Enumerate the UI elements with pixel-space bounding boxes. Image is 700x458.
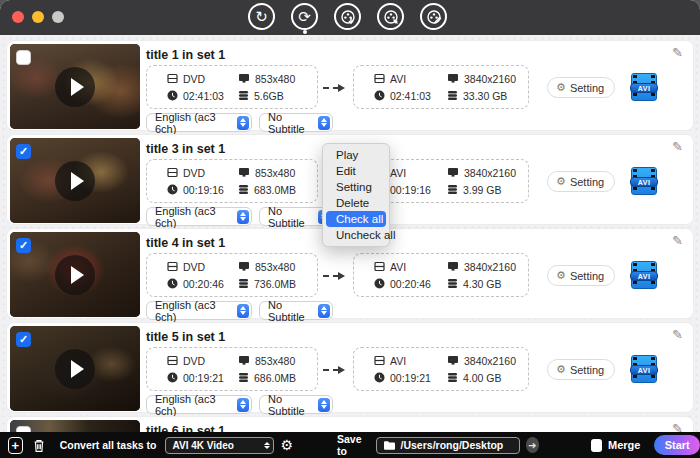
source-resolution: 853x480 [255,355,295,367]
clock-icon [167,184,178,195]
audio-track-select[interactable]: English (ac3 6ch) [146,301,252,320]
rename-pencil-icon[interactable]: ✎ [672,327,683,342]
rename-pencil-icon[interactable]: ✎ [672,233,683,248]
delete-trash-button[interactable] [32,438,46,453]
play-icon[interactable] [55,255,95,295]
flow-arrow-icon [323,272,345,277]
row-checkbox[interactable] [16,50,31,65]
rename-pencil-icon[interactable]: ✎ [672,45,683,60]
reel-compress-icon[interactable] [377,3,404,30]
video-thumbnail[interactable]: ✓ [10,138,140,223]
output-format-badge[interactable]: AVI [631,167,657,195]
target-duration: 00:19:21 [390,372,431,384]
source-info-box: DVD 853x480 00:20:46 736.0MB [146,253,318,297]
menu-item-setting[interactable]: Setting [326,179,386,195]
audio-track-select[interactable]: English (ac3 6ch) [146,113,252,132]
zoom-window-button[interactable] [52,11,64,23]
file-size-icon [238,90,249,101]
monitor-icon [447,73,459,84]
play-icon[interactable] [55,67,95,107]
setting-button[interactable]: ⚙ Setting [547,77,615,98]
close-window-button[interactable] [12,11,24,23]
convert-tab-icon[interactable]: ⟳ [291,3,318,30]
row-checkbox[interactable]: ✓ [16,332,31,347]
output-format-badge[interactable]: AVI [631,261,657,289]
target-size: 33.30 GB [463,90,507,102]
row-checkbox[interactable]: ✓ [16,144,31,159]
video-thumbnail[interactable]: ✓ [10,326,140,411]
file-size-icon [447,184,458,195]
target-resolution: 3840x2160 [464,73,516,85]
play-icon[interactable] [55,349,95,389]
browse-path-button[interactable]: ➜ [526,437,540,453]
app-window: ↻ ⟳ [0,0,700,458]
row-title: title 4 in set 1 [146,236,225,250]
stepper-icon [237,398,249,412]
video-thumbnail[interactable] [10,44,140,129]
subtitle-select[interactable]: No Subtitle [259,113,333,132]
source-format: DVD [183,261,205,273]
video-thumbnail[interactable]: ✓ [10,232,140,317]
task-row-title-5: ✓ title 5 in set 1 ✎ DVD 853x480 00:19:2… [6,322,694,413]
stepper-icon [318,398,330,412]
trash-icon [32,438,46,453]
monitor-icon [238,73,250,84]
audio-track-select[interactable]: English (ac3 6ch) [146,207,252,226]
file-format-icon [374,261,385,272]
context-menu: Play Edit Setting Delete Check all Unche… [322,143,390,247]
format-settings-gear-icon[interactable]: ⚙ [280,437,293,453]
menu-item-edit[interactable]: Edit [326,163,386,179]
minimize-window-button[interactable] [32,11,44,23]
rotate-phone-icon[interactable]: ↻ [248,3,275,30]
menu-item-check-all[interactable]: Check all [326,211,386,227]
source-duration: 00:19:16 [183,184,224,196]
source-size: 686.0MB [254,372,296,384]
start-button[interactable]: Start [654,435,700,455]
stepper-icon [237,304,249,318]
bottom-toolbar: + Convert all tasks to AVI 4K Video ⚙ Sa… [0,432,700,458]
gear-icon: ⚙ [556,175,566,188]
save-to-label: Save to [337,433,369,457]
add-file-button[interactable]: + [8,437,23,454]
setting-button[interactable]: ⚙ Setting [547,359,615,380]
output-path-field[interactable]: /Users/rong/Desktop [376,437,520,454]
play-icon[interactable] [55,161,95,201]
setting-button[interactable]: ⚙ Setting [547,265,615,286]
subtitle-select[interactable]: No Subtitle [259,301,333,320]
clock-icon [374,372,385,383]
merge-checkbox[interactable] [591,439,602,452]
row-title: title 5 in set 1 [146,330,225,344]
monitor-icon [238,167,250,178]
menu-item-uncheck-all[interactable]: Uncheck all [326,227,386,243]
target-format: AVI [390,73,406,85]
source-info-box: DVD 853x480 00:19:16 683.0MB [146,159,318,203]
source-duration: 02:41:03 [183,90,224,102]
toolbar: ↻ ⟳ [248,3,447,30]
clock-icon [374,90,385,101]
menu-item-play[interactable]: Play [326,147,386,163]
stepper-icon [237,116,249,130]
rip-download-icon[interactable] [334,3,361,30]
setting-button[interactable]: ⚙ Setting [547,171,615,192]
output-format-badge[interactable]: AVI [631,73,657,101]
audio-track-select[interactable]: English (ac3 6ch) [146,395,252,414]
reel-edit-icon[interactable] [420,3,447,30]
source-duration: 00:20:46 [183,278,224,290]
output-format-badge[interactable]: AVI [631,355,657,383]
task-list: title 1 in set 1 ✎ DVD 853x480 02:41:03 [0,37,700,458]
rename-pencil-icon[interactable]: ✎ [672,139,683,154]
output-path-text: /Users/rong/Desktop [401,439,504,451]
output-format-select[interactable]: AVI 4K Video [165,437,275,454]
merge-label: Merge [608,439,640,451]
file-size-icon [447,372,458,383]
menu-item-delete[interactable]: Delete [326,195,386,211]
file-format-icon [374,355,385,366]
flow-arrow-icon [323,84,345,89]
clock-icon [374,278,385,289]
target-info-box: AVI 3840x2160 00:19:21 4.00 GB [353,347,529,391]
disc-drive-icon [167,355,178,366]
convert-all-label: Convert all tasks to [60,439,157,451]
subtitle-select[interactable]: No Subtitle [259,395,333,414]
row-checkbox[interactable]: ✓ [16,238,31,253]
gear-icon: ⚙ [556,269,566,282]
